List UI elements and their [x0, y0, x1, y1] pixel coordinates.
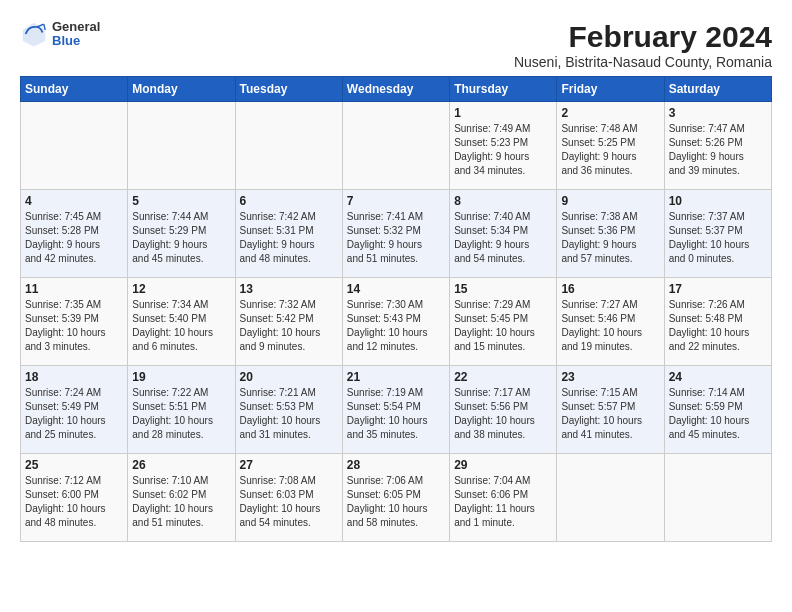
day-info: Sunrise: 7:17 AMSunset: 5:56 PMDaylight:… [454, 386, 552, 442]
day-number: 6 [240, 194, 338, 208]
weekday-header-monday: Monday [128, 77, 235, 102]
day-number: 26 [132, 458, 230, 472]
calendar-cell: 25Sunrise: 7:12 AMSunset: 6:00 PMDayligh… [21, 454, 128, 542]
day-number: 28 [347, 458, 445, 472]
day-number: 16 [561, 282, 659, 296]
calendar-cell: 14Sunrise: 7:30 AMSunset: 5:43 PMDayligh… [342, 278, 449, 366]
calendar-cell: 15Sunrise: 7:29 AMSunset: 5:45 PMDayligh… [450, 278, 557, 366]
day-info: Sunrise: 7:35 AMSunset: 5:39 PMDaylight:… [25, 298, 123, 354]
day-info: Sunrise: 7:30 AMSunset: 5:43 PMDaylight:… [347, 298, 445, 354]
calendar-cell: 21Sunrise: 7:19 AMSunset: 5:54 PMDayligh… [342, 366, 449, 454]
day-info: Sunrise: 7:38 AMSunset: 5:36 PMDaylight:… [561, 210, 659, 266]
calendar-cell: 24Sunrise: 7:14 AMSunset: 5:59 PMDayligh… [664, 366, 771, 454]
day-info: Sunrise: 7:06 AMSunset: 6:05 PMDaylight:… [347, 474, 445, 530]
calendar-cell: 10Sunrise: 7:37 AMSunset: 5:37 PMDayligh… [664, 190, 771, 278]
day-info: Sunrise: 7:45 AMSunset: 5:28 PMDaylight:… [25, 210, 123, 266]
logo-general-text: General [52, 20, 100, 34]
day-number: 12 [132, 282, 230, 296]
weekday-header-saturday: Saturday [664, 77, 771, 102]
day-number: 9 [561, 194, 659, 208]
calendar-cell: 27Sunrise: 7:08 AMSunset: 6:03 PMDayligh… [235, 454, 342, 542]
calendar-cell: 11Sunrise: 7:35 AMSunset: 5:39 PMDayligh… [21, 278, 128, 366]
calendar-cell: 3Sunrise: 7:47 AMSunset: 5:26 PMDaylight… [664, 102, 771, 190]
weekday-header-row: SundayMondayTuesdayWednesdayThursdayFrid… [21, 77, 772, 102]
day-number: 23 [561, 370, 659, 384]
day-number: 17 [669, 282, 767, 296]
calendar-cell: 23Sunrise: 7:15 AMSunset: 5:57 PMDayligh… [557, 366, 664, 454]
day-number: 4 [25, 194, 123, 208]
week-row-4: 18Sunrise: 7:24 AMSunset: 5:49 PMDayligh… [21, 366, 772, 454]
weekday-header-friday: Friday [557, 77, 664, 102]
calendar-cell [664, 454, 771, 542]
calendar-cell [21, 102, 128, 190]
week-row-2: 4Sunrise: 7:45 AMSunset: 5:28 PMDaylight… [21, 190, 772, 278]
day-info: Sunrise: 7:10 AMSunset: 6:02 PMDaylight:… [132, 474, 230, 530]
weekday-header-wednesday: Wednesday [342, 77, 449, 102]
calendar-cell: 29Sunrise: 7:04 AMSunset: 6:06 PMDayligh… [450, 454, 557, 542]
week-row-1: 1Sunrise: 7:49 AMSunset: 5:23 PMDaylight… [21, 102, 772, 190]
weekday-header-tuesday: Tuesday [235, 77, 342, 102]
day-info: Sunrise: 7:08 AMSunset: 6:03 PMDaylight:… [240, 474, 338, 530]
calendar-cell: 12Sunrise: 7:34 AMSunset: 5:40 PMDayligh… [128, 278, 235, 366]
calendar-cell: 26Sunrise: 7:10 AMSunset: 6:02 PMDayligh… [128, 454, 235, 542]
day-number: 15 [454, 282, 552, 296]
weekday-header-sunday: Sunday [21, 77, 128, 102]
day-info: Sunrise: 7:26 AMSunset: 5:48 PMDaylight:… [669, 298, 767, 354]
day-info: Sunrise: 7:41 AMSunset: 5:32 PMDaylight:… [347, 210, 445, 266]
day-info: Sunrise: 7:34 AMSunset: 5:40 PMDaylight:… [132, 298, 230, 354]
calendar-cell [342, 102, 449, 190]
day-info: Sunrise: 7:29 AMSunset: 5:45 PMDaylight:… [454, 298, 552, 354]
calendar-cell: 28Sunrise: 7:06 AMSunset: 6:05 PMDayligh… [342, 454, 449, 542]
calendar-cell: 9Sunrise: 7:38 AMSunset: 5:36 PMDaylight… [557, 190, 664, 278]
day-info: Sunrise: 7:49 AMSunset: 5:23 PMDaylight:… [454, 122, 552, 178]
logo: General Blue [20, 20, 100, 49]
day-info: Sunrise: 7:40 AMSunset: 5:34 PMDaylight:… [454, 210, 552, 266]
calendar-cell: 4Sunrise: 7:45 AMSunset: 5:28 PMDaylight… [21, 190, 128, 278]
day-number: 24 [669, 370, 767, 384]
day-info: Sunrise: 7:04 AMSunset: 6:06 PMDaylight:… [454, 474, 552, 530]
calendar-cell: 13Sunrise: 7:32 AMSunset: 5:42 PMDayligh… [235, 278, 342, 366]
calendar-cell: 16Sunrise: 7:27 AMSunset: 5:46 PMDayligh… [557, 278, 664, 366]
day-info: Sunrise: 7:44 AMSunset: 5:29 PMDaylight:… [132, 210, 230, 266]
week-row-3: 11Sunrise: 7:35 AMSunset: 5:39 PMDayligh… [21, 278, 772, 366]
day-info: Sunrise: 7:24 AMSunset: 5:49 PMDaylight:… [25, 386, 123, 442]
day-info: Sunrise: 7:22 AMSunset: 5:51 PMDaylight:… [132, 386, 230, 442]
month-title: February 2024 [514, 20, 772, 54]
calendar-cell: 1Sunrise: 7:49 AMSunset: 5:23 PMDaylight… [450, 102, 557, 190]
day-info: Sunrise: 7:37 AMSunset: 5:37 PMDaylight:… [669, 210, 767, 266]
calendar-cell [235, 102, 342, 190]
logo-blue-text: Blue [52, 34, 100, 48]
calendar-cell: 20Sunrise: 7:21 AMSunset: 5:53 PMDayligh… [235, 366, 342, 454]
day-number: 18 [25, 370, 123, 384]
day-number: 19 [132, 370, 230, 384]
day-number: 20 [240, 370, 338, 384]
day-info: Sunrise: 7:42 AMSunset: 5:31 PMDaylight:… [240, 210, 338, 266]
calendar-cell [128, 102, 235, 190]
day-info: Sunrise: 7:21 AMSunset: 5:53 PMDaylight:… [240, 386, 338, 442]
day-info: Sunrise: 7:12 AMSunset: 6:00 PMDaylight:… [25, 474, 123, 530]
day-info: Sunrise: 7:19 AMSunset: 5:54 PMDaylight:… [347, 386, 445, 442]
calendar-cell: 17Sunrise: 7:26 AMSunset: 5:48 PMDayligh… [664, 278, 771, 366]
calendar-cell: 8Sunrise: 7:40 AMSunset: 5:34 PMDaylight… [450, 190, 557, 278]
day-number: 25 [25, 458, 123, 472]
day-number: 14 [347, 282, 445, 296]
day-number: 11 [25, 282, 123, 296]
logo-icon [20, 20, 48, 48]
calendar-cell: 6Sunrise: 7:42 AMSunset: 5:31 PMDaylight… [235, 190, 342, 278]
calendar-cell: 18Sunrise: 7:24 AMSunset: 5:49 PMDayligh… [21, 366, 128, 454]
day-number: 27 [240, 458, 338, 472]
day-info: Sunrise: 7:14 AMSunset: 5:59 PMDaylight:… [669, 386, 767, 442]
calendar-cell: 5Sunrise: 7:44 AMSunset: 5:29 PMDaylight… [128, 190, 235, 278]
calendar: SundayMondayTuesdayWednesdayThursdayFrid… [20, 76, 772, 542]
day-info: Sunrise: 7:48 AMSunset: 5:25 PMDaylight:… [561, 122, 659, 178]
day-number: 13 [240, 282, 338, 296]
day-number: 8 [454, 194, 552, 208]
day-number: 21 [347, 370, 445, 384]
calendar-cell: 19Sunrise: 7:22 AMSunset: 5:51 PMDayligh… [128, 366, 235, 454]
location-title: Nuseni, Bistrita-Nasaud County, Romania [514, 54, 772, 70]
calendar-cell [557, 454, 664, 542]
day-number: 22 [454, 370, 552, 384]
day-number: 29 [454, 458, 552, 472]
day-info: Sunrise: 7:32 AMSunset: 5:42 PMDaylight:… [240, 298, 338, 354]
day-number: 1 [454, 106, 552, 120]
